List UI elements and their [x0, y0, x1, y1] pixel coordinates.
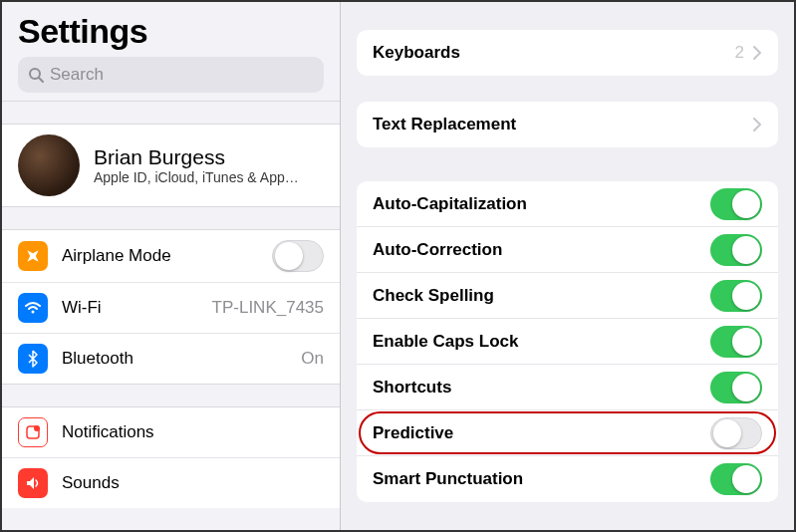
- page-title: Settings: [18, 12, 324, 51]
- check-spelling-toggle[interactable]: [710, 280, 762, 312]
- sidebar-item-label: Bluetooth: [62, 349, 301, 369]
- row-shortcuts[interactable]: Shortcuts: [357, 365, 778, 410]
- row-check-spelling[interactable]: Check Spelling: [357, 273, 778, 319]
- wifi-value: TP-LINK_7435: [212, 298, 324, 318]
- row-label: Auto-Capitalization: [373, 194, 710, 214]
- profile-group: Brian Burgess Apple ID, iCloud, iTunes &…: [2, 125, 340, 206]
- profile-text: Brian Burgess Apple ID, iCloud, iTunes &…: [94, 145, 324, 185]
- auto-correction-toggle[interactable]: [710, 234, 762, 266]
- shortcuts-toggle[interactable]: [710, 372, 762, 403]
- row-label: Keyboards: [373, 43, 735, 63]
- profile-name: Brian Burgess: [94, 145, 324, 169]
- connectivity-group: Airplane Mode Wi-Fi TP-LINK_7435 Bluetoo…: [2, 230, 340, 384]
- sidebar-item-label: Notifications: [62, 422, 324, 442]
- avatar: [18, 134, 80, 196]
- sidebar-item-airplane-mode[interactable]: Airplane Mode: [2, 230, 340, 283]
- chevron-right-icon: [752, 45, 762, 61]
- sidebar-item-bluetooth[interactable]: Bluetooth On: [2, 334, 340, 384]
- keyboards-group: Keyboards 2: [357, 30, 778, 76]
- profile-subtitle: Apple ID, iCloud, iTunes & App…: [94, 169, 324, 185]
- chevron-right-icon: [752, 117, 762, 133]
- search-input[interactable]: [50, 65, 314, 85]
- sounds-icon: [18, 468, 48, 498]
- wifi-icon: [18, 293, 48, 323]
- sidebar-item-label: Airplane Mode: [62, 246, 272, 266]
- separator: [2, 384, 340, 407]
- row-label: Shortcuts: [373, 378, 710, 398]
- svg-point-4: [34, 425, 40, 431]
- search-icon: [28, 67, 44, 83]
- row-auto-correction[interactable]: Auto-Correction: [357, 227, 778, 273]
- smart-punctuation-toggle[interactable]: [710, 463, 762, 495]
- row-label: Auto-Correction: [373, 240, 710, 260]
- auto-capitalization-toggle[interactable]: [710, 188, 762, 220]
- row-auto-capitalization[interactable]: Auto-Capitalization: [357, 181, 778, 227]
- airplane-mode-toggle[interactable]: [272, 240, 324, 272]
- search-box[interactable]: [18, 57, 324, 93]
- sidebar-item-label: Sounds: [62, 473, 324, 493]
- bluetooth-icon: [18, 344, 48, 374]
- row-enable-caps-lock[interactable]: Enable Caps Lock: [357, 319, 778, 365]
- row-smart-punctuation[interactable]: Smart Punctuation: [357, 456, 778, 502]
- row-keyboards[interactable]: Keyboards 2: [357, 30, 778, 76]
- airplane-icon: [18, 241, 48, 271]
- notifications-icon: [18, 417, 48, 447]
- sidebar-item-label: Wi-Fi: [62, 298, 212, 318]
- sidebar-header: Settings: [2, 2, 340, 101]
- sidebar-item-wifi[interactable]: Wi-Fi TP-LINK_7435: [2, 283, 340, 334]
- separator: [2, 206, 340, 230]
- alerts-group: Notifications Sounds: [2, 407, 340, 508]
- profile-row[interactable]: Brian Burgess Apple ID, iCloud, iTunes &…: [2, 125, 340, 206]
- keyboards-count: 2: [735, 43, 744, 63]
- row-text-replacement[interactable]: Text Replacement: [357, 102, 778, 147]
- detail-pane: Keyboards 2 Text Replacement Auto-Capita…: [341, 2, 794, 530]
- predictive-toggle[interactable]: [710, 417, 762, 449]
- row-label: Check Spelling: [373, 286, 710, 306]
- bluetooth-value: On: [301, 349, 324, 369]
- keyboard-options-group: Auto-Capitalization Auto-Correction Chec…: [357, 181, 778, 502]
- text-replacement-group: Text Replacement: [357, 102, 778, 147]
- row-label: Text Replacement: [373, 115, 752, 134]
- row-predictive[interactable]: Predictive: [357, 410, 778, 456]
- row-label: Smart Punctuation: [373, 469, 710, 489]
- separator: [2, 101, 340, 125]
- row-label: Predictive: [373, 423, 710, 443]
- enable-caps-lock-toggle[interactable]: [710, 326, 762, 358]
- sidebar: Settings Brian Burgess Apple ID, iCloud,…: [2, 2, 341, 530]
- sidebar-item-sounds[interactable]: Sounds: [2, 458, 340, 508]
- svg-line-1: [39, 78, 43, 82]
- svg-point-2: [32, 311, 35, 314]
- row-label: Enable Caps Lock: [373, 332, 710, 352]
- sidebar-item-notifications[interactable]: Notifications: [2, 407, 340, 458]
